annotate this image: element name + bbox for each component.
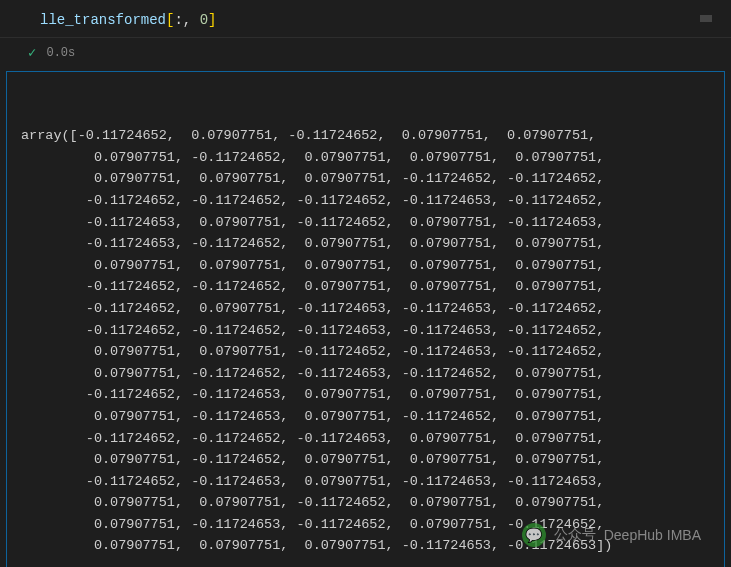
variable-name: lle_transformed (40, 12, 166, 28)
code-line: lle_transformed[:, 0] (40, 10, 719, 31)
check-icon: ✓ (28, 44, 36, 61)
cell-output[interactable]: array([-0.11724652, 0.07907751, -0.11724… (6, 71, 725, 567)
array-output-text: array([-0.11724652, 0.07907751, -0.11724… (21, 125, 714, 557)
execution-status: ✓ 0.0s (0, 38, 731, 69)
code-cell-input[interactable]: lle_transformed[:, 0] (0, 0, 731, 38)
bracket-close: ] (208, 12, 216, 28)
index-literal: 0 (200, 12, 208, 28)
execution-time: 0.0s (46, 46, 75, 60)
slice-colon: :, (174, 12, 199, 28)
